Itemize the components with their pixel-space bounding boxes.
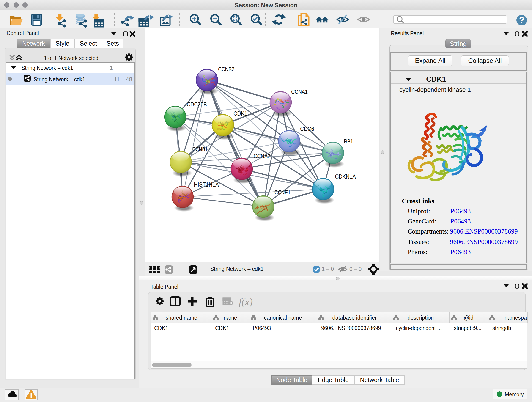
svg-text:Memory: Memory [505,391,524,397]
